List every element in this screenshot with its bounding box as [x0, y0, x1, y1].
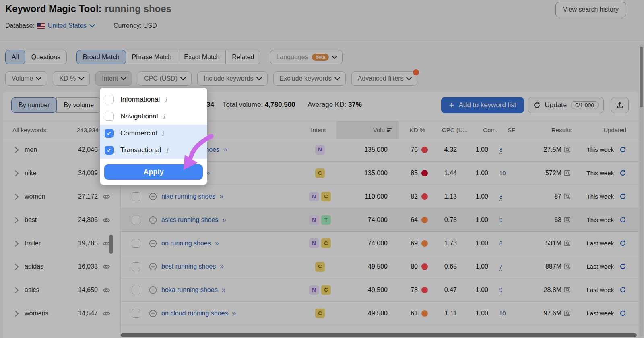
- info-icon[interactable]: i: [162, 130, 164, 137]
- keyword-magic-tool-page: Keyword Magic Tool:running shoes View se…: [0, 0, 644, 338]
- info-icon[interactable]: i: [165, 96, 167, 104]
- info-icon[interactable]: i: [163, 113, 165, 120]
- checkbox-unchecked[interactable]: [105, 112, 114, 121]
- dim-overlay: [0, 0, 644, 338]
- checkbox-checked[interactable]: ✔: [105, 129, 114, 138]
- intent-option-label: Navigational: [120, 112, 158, 120]
- checkbox-checked[interactable]: ✔: [105, 146, 114, 155]
- intent-option-label: Commercial: [120, 129, 157, 137]
- info-icon[interactable]: i: [166, 147, 168, 154]
- checkbox-unchecked[interactable]: [105, 95, 114, 104]
- annotation-arrow: [171, 134, 215, 174]
- intent-option-informational[interactable]: Informationali: [100, 91, 207, 108]
- intent-option-label: Informational: [120, 95, 160, 104]
- intent-option-navigational[interactable]: Navigationali: [100, 108, 207, 125]
- intent-option-label: Transactional: [120, 146, 161, 154]
